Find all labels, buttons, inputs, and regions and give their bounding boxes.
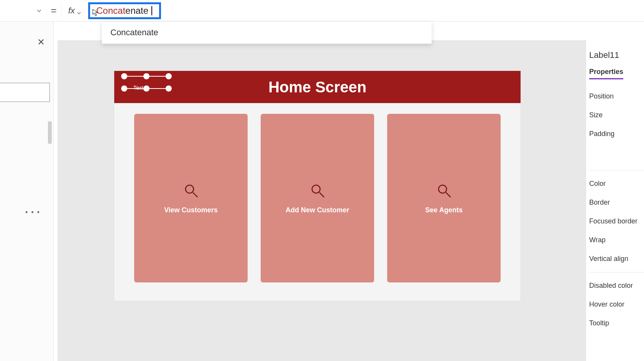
text-cursor [151, 6, 152, 15]
card-label: See Agents [425, 206, 462, 214]
formula-text-rest: enate [125, 5, 148, 16]
svg-marker-0 [93, 9, 98, 16]
svg-point-1 [186, 185, 194, 193]
card-add-customer[interactable]: Add New Customer [261, 114, 374, 282]
prop-disabled-color[interactable]: Disabled color [589, 276, 644, 295]
card-label: View Customers [164, 206, 218, 214]
selected-label-control[interactable]: Text [121, 73, 172, 101]
divider [589, 170, 644, 171]
svg-line-4 [319, 192, 324, 197]
formula-input[interactable]: Concatenate [88, 2, 161, 19]
suggestion-item[interactable]: Concatenate [110, 28, 158, 37]
formula-text-matched: Concat [96, 5, 125, 16]
selected-control-name: Label11 [589, 50, 644, 60]
card-see-agents[interactable]: See Agents [387, 114, 501, 282]
chevron-down-icon [76, 8, 82, 13]
prop-padding[interactable]: Padding [589, 125, 644, 143]
canvas-area: Text Home Screen View Customers Add New … [58, 40, 586, 361]
scrollbar[interactable] [48, 121, 52, 144]
svg-point-3 [312, 185, 320, 193]
property-dropdown[interactable] [0, 3, 46, 19]
search-icon [436, 182, 452, 200]
svg-line-6 [446, 192, 450, 197]
equals-label: = [46, 5, 61, 16]
chevron-down-icon [36, 8, 42, 14]
prop-position[interactable]: Position [589, 87, 644, 106]
header-title: Home Screen [268, 79, 366, 96]
formula-bar: = fx Concatenate [0, 0, 644, 21]
svg-point-5 [439, 185, 447, 193]
app-screen[interactable]: Text Home Screen View Customers Add New … [114, 71, 521, 301]
fx-label: fx [68, 6, 75, 16]
selection-line [124, 76, 169, 77]
card-view-customers[interactable]: View Customers [134, 114, 248, 282]
fx-button[interactable]: fx [61, 3, 88, 18]
label-placeholder-text: Text [133, 85, 143, 91]
divider [589, 272, 644, 272]
prop-color[interactable]: Color [589, 174, 644, 193]
cursor-icon [92, 8, 99, 16]
prop-wrap[interactable]: Wrap [589, 231, 644, 249]
selection-line [124, 88, 169, 89]
search-input[interactable] [0, 83, 50, 102]
more-options-button[interactable]: • • • [25, 208, 40, 217]
prop-tooltip[interactable]: Tooltip [589, 314, 644, 333]
tree-view-panel: ✕ • • • [0, 21, 54, 361]
prop-vertical-align[interactable]: Vertical align [589, 249, 644, 268]
prop-size[interactable]: Size [589, 106, 644, 125]
properties-panel: Label11 Properties Position Size Padding… [586, 40, 644, 361]
svg-line-2 [193, 192, 197, 197]
search-icon [183, 182, 199, 200]
app-header-bar: Text Home Screen [114, 71, 521, 103]
tab-properties[interactable]: Properties [589, 68, 623, 79]
prop-border[interactable]: Border [589, 193, 644, 212]
prop-hover-color[interactable]: Hover color [589, 295, 644, 314]
close-panel-button[interactable]: ✕ [37, 37, 45, 48]
prop-focused-border[interactable]: Focused border [589, 212, 644, 231]
formula-suggestion-popup[interactable]: Concatenate [102, 21, 432, 44]
search-icon [309, 182, 325, 200]
cards-row: View Customers Add New Customer See Agen… [114, 103, 521, 282]
card-label: Add New Customer [286, 206, 349, 214]
